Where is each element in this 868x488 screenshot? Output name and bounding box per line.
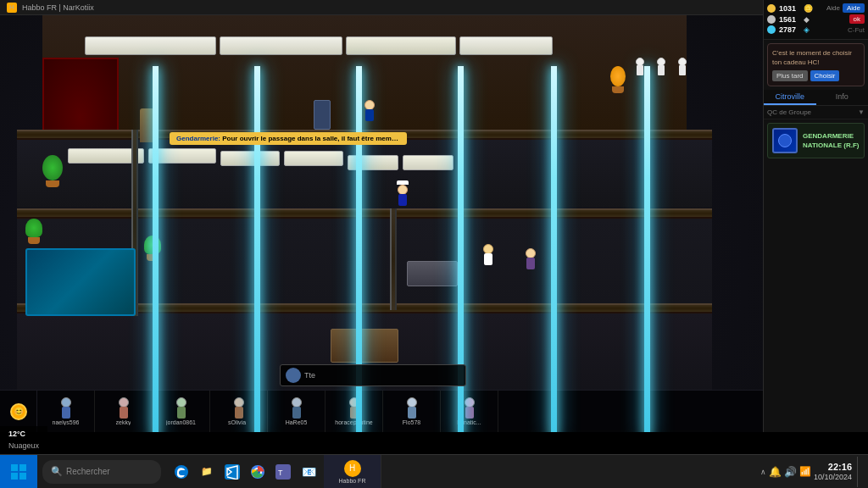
title-bar: H Habbo FR | NarKotiix xyxy=(0,0,763,15)
pinned-apps-section: 📁 T 📧 xyxy=(170,460,320,484)
chat-bubble: Gendarmerie: Pour ouvrir le passage dans… xyxy=(170,132,407,145)
app-edge[interactable] xyxy=(170,460,193,484)
tray-volume-icon[interactable]: 🔊 xyxy=(784,466,797,478)
svg-rect-2 xyxy=(11,473,18,480)
pool-area xyxy=(25,248,136,316)
notification-later-btn[interactable]: Plus tard xyxy=(772,70,808,81)
room-divider-h2 xyxy=(17,208,712,219)
tray-notification-icon[interactable]: 🔔 xyxy=(769,466,782,478)
taskbar-habbo-window[interactable]: H Habbo FR xyxy=(324,455,381,489)
search-bar[interactable]: 🔍 Rechercher xyxy=(42,460,161,484)
svg-rect-1 xyxy=(19,464,26,471)
notification-box: C'est le moment de choisir ton cadeau HC… xyxy=(767,43,865,86)
taskbar-windows: H Habbo FR xyxy=(324,455,760,489)
currency-silver-action-btn[interactable]: ok xyxy=(849,14,865,24)
currency-pixel-symbol: ◈ xyxy=(804,25,810,34)
chat-input-text: Tte xyxy=(304,371,315,380)
panel-tabs: Citroville Info xyxy=(764,90,868,106)
game-area[interactable]: Gendarmerie: Pour ouvrir le passage dans… xyxy=(0,15,763,432)
browser-title: Habbo FR | NarKotiix xyxy=(22,3,94,12)
currency-row-1: 1031 🪙 Aide Aide xyxy=(767,3,865,13)
group-card[interactable]: GENDARMERIE NATIONALE (R.F) xyxy=(767,123,865,158)
svg-text:T: T xyxy=(278,469,283,477)
currency-gold-symbol: 🪙 xyxy=(804,4,813,13)
weather-temp: 12°C xyxy=(8,429,39,441)
toolbar-user-2[interactable]: zekky xyxy=(95,391,153,433)
sofas-row-top xyxy=(85,36,627,55)
currency-silver-value: 1561 xyxy=(779,15,803,24)
table-center xyxy=(331,329,398,363)
app-explorer[interactable]: 📁 xyxy=(195,460,219,484)
windows-taskbar: 🔍 Rechercher 📁 T 📧 H Habbo FR ∧ 🔔 🔊 📶 xyxy=(0,454,868,488)
group-badge-icon xyxy=(772,128,798,153)
start-button[interactable] xyxy=(0,455,37,489)
table-small xyxy=(407,261,458,286)
windows-logo-icon xyxy=(10,463,27,480)
currency-pixel-value: 2787 xyxy=(779,25,803,34)
light-pillar-1 xyxy=(153,66,159,432)
room-divider-v2 xyxy=(390,208,397,310)
show-desktop-btn[interactable] xyxy=(857,457,861,487)
light-pillar-5 xyxy=(551,66,557,432)
clock-section[interactable]: 22:16 10/10/2024 xyxy=(814,461,852,483)
toolbar-user-8[interactable]: Lunatic... xyxy=(441,391,498,433)
currency-silver-symbol: ◆ xyxy=(804,15,810,24)
app-chrome[interactable] xyxy=(246,460,270,484)
avatar-white-2 xyxy=(657,58,665,75)
notification-choose-btn[interactable]: Choisir xyxy=(810,70,840,81)
weather-widget: 12°C Nuageux xyxy=(0,426,47,454)
search-icon: 🔍 xyxy=(51,466,63,477)
decor-machine xyxy=(314,100,331,130)
avatar-white-1 xyxy=(636,58,644,75)
plant-1 xyxy=(25,219,42,244)
svg-rect-0 xyxy=(11,464,18,471)
chat-input-avatar xyxy=(286,368,301,383)
currency-gold-action-btn[interactable]: Aide xyxy=(843,3,865,13)
avatar-white-3 xyxy=(678,58,687,75)
light-pillar-2 xyxy=(254,66,260,432)
tab-info[interactable]: Info xyxy=(816,90,869,105)
chat-text: Pour ouvrir le passage dans la salle, il… xyxy=(222,135,407,142)
currency-gold-icon xyxy=(767,4,776,13)
tab-citroville[interactable]: Citroville xyxy=(764,90,816,105)
clock-time: 22:16 xyxy=(814,461,852,473)
group-section-title: QC de Groupe xyxy=(767,108,811,116)
search-placeholder: Rechercher xyxy=(66,467,110,476)
toolbar-user-5[interactable]: HaRe05 xyxy=(268,391,326,433)
group-badge-inner xyxy=(778,134,792,147)
system-tray: ∧ 🔔 🔊 📶 22:16 10/10/2024 xyxy=(760,457,868,487)
currency-gold-label: Aide xyxy=(826,4,840,12)
notification-text: C'est le moment de choisir ton cadeau HC… xyxy=(772,48,860,67)
toolbar-user-3[interactable]: jordan0861 xyxy=(153,391,210,433)
svg-rect-3 xyxy=(19,473,26,480)
currency-section: 1031 🪙 Aide Aide 1561 ◆ ok 2787 ◈ C-Fut xyxy=(764,0,868,40)
currency-gold-value: 1031 xyxy=(779,4,803,13)
plant-4 xyxy=(610,66,626,93)
avatar-colored xyxy=(526,248,536,269)
habbo-chat-input[interactable]: Tte xyxy=(280,364,466,386)
notification-buttons: Plus tard Choisir xyxy=(772,70,860,81)
clock-date: 10/10/2024 xyxy=(814,473,852,483)
weather-city: Nuageux xyxy=(8,441,39,452)
group-name-text: GENDARMERIE NATIONALE (R.F) xyxy=(803,131,860,150)
currency-pixel-icon xyxy=(767,25,776,34)
plant-3 xyxy=(42,155,63,187)
currency-pixel-label: C-Fut xyxy=(848,26,865,34)
app-outlook[interactable]: 📧 xyxy=(297,460,320,484)
group-section-header: QC de Groupe ▼ xyxy=(764,106,868,119)
toolbar-users: naelys596 zekky jordan0861 sOlivia_ xyxy=(37,391,763,433)
app-teams[interactable]: T xyxy=(271,460,295,484)
toolbar-user-7[interactable]: Flo578 xyxy=(383,391,441,433)
avatar-main-1 xyxy=(483,244,493,265)
app-vscode[interactable] xyxy=(220,460,244,484)
avatar-captain xyxy=(397,180,409,206)
currency-row-3: 2787 ◈ C-Fut xyxy=(767,25,865,34)
info-panel: 1031 🪙 Aide Aide 1561 ◆ ok 2787 ◈ C-Fut … xyxy=(763,0,868,432)
tray-chevron-icon[interactable]: ∧ xyxy=(760,468,766,476)
currency-silver-icon xyxy=(767,15,776,24)
tray-network-icon[interactable]: 📶 xyxy=(799,466,811,477)
light-pillar-6 xyxy=(644,66,650,432)
toolbar-user-6[interactable]: horacepoutine xyxy=(326,391,383,433)
group-dropdown-icon[interactable]: ▼ xyxy=(858,108,865,116)
browser-favicon: H xyxy=(7,3,17,13)
